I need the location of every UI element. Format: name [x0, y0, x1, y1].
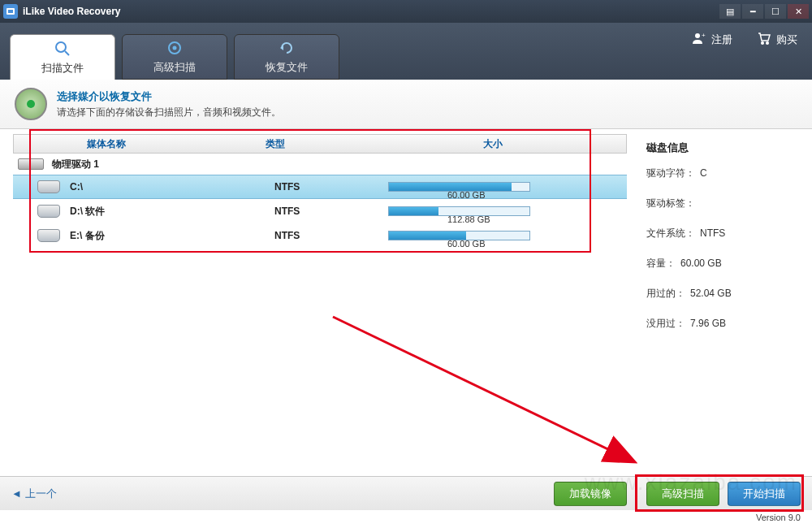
register-link[interactable]: + 注册	[692, 31, 732, 48]
drive-icon	[37, 180, 60, 193]
drive-type: NTFS	[274, 230, 388, 241]
instruction-bar: 选择媒介以恢复文件 请选择下面的存储设备扫描照片，音频和视频文件。	[0, 80, 812, 129]
physical-drive-group[interactable]: 物理驱动 1	[13, 154, 627, 175]
maximize-button[interactable]: ☐	[765, 4, 786, 19]
drive-type: NTFS	[274, 206, 388, 217]
advanced-scan-button[interactable]: 高级扫描	[646, 482, 719, 506]
menu-icon[interactable]: ▤	[719, 4, 741, 19]
close-button[interactable]: ✕	[788, 4, 809, 19]
svg-rect-1	[8, 10, 13, 13]
svg-point-9	[762, 42, 764, 45]
user-plus-icon: +	[692, 31, 706, 48]
gear-icon	[166, 39, 184, 57]
arrow-left-icon: ◄	[11, 487, 22, 500]
version-label: Version 9.0	[745, 510, 812, 528]
info-drive-label: 驱动标签：	[646, 197, 799, 210]
drive-size: 112.88 GB	[447, 214, 490, 224]
info-drive-letter: 驱动字符：C	[646, 167, 799, 180]
tab-label: 恢复文件	[266, 60, 308, 75]
tab-label: 扫描文件	[41, 61, 84, 76]
cart-icon	[757, 31, 771, 48]
group-label: 物理驱动 1	[52, 158, 99, 171]
info-free: 没用过：7.96 GB	[646, 317, 799, 331]
load-image-button[interactable]: 加载镜像	[554, 482, 627, 506]
register-label: 注册	[711, 32, 732, 47]
instruction-subtitle: 请选择下面的存储设备扫描照片，音频和视频文件。	[57, 106, 281, 119]
svg-point-7	[695, 33, 700, 38]
instruction-title: 选择媒介以恢复文件	[57, 89, 281, 104]
info-filesystem: 文件系统：NTFS	[646, 227, 799, 240]
tab-label: 高级扫描	[153, 60, 196, 75]
start-scan-button[interactable]: 开始扫描	[728, 482, 801, 506]
toolbar: 扫描文件 高级扫描 恢复文件 + 注册 购买	[0, 23, 812, 80]
drive-row[interactable]: E:\ 备份 NTFS 60.00 GB	[13, 223, 627, 248]
disk-info-panel: 磁盘信息 驱动字符：C 驱动标签： 文件系统：NTFS 容量：60.00 GB …	[633, 129, 812, 487]
drive-icon	[37, 205, 60, 218]
drive-name: D:\ 软件	[70, 205, 274, 219]
magnifier-icon	[54, 40, 71, 58]
drive-row[interactable]: C:\ NTFS 60.00 GB	[13, 175, 627, 199]
titlebar: iLike Video Recovery ▤ ━ ☐ ✕	[0, 0, 812, 23]
table-header: 媒体名称 类型 大小	[13, 134, 627, 154]
drive-row[interactable]: D:\ 软件 NTFS 112.88 GB	[13, 199, 627, 223]
app-title: iLike Video Recovery	[23, 6, 719, 17]
svg-text:+: +	[702, 32, 706, 39]
drive-name: C:\	[70, 181, 274, 193]
table-body: 物理驱动 1 C:\ NTFS 60.00 GB D:\ 软件 NTFS 112…	[13, 154, 627, 248]
col-header-name[interactable]: 媒体名称	[14, 137, 266, 151]
disk-info-title: 磁盘信息	[646, 141, 799, 155]
drive-icon	[37, 229, 60, 242]
hdd-icon	[18, 158, 44, 170]
bottom-bar: ◄ 上一个 加载镜像 高级扫描 开始扫描	[0, 476, 812, 510]
buy-link[interactable]: 购买	[757, 31, 797, 48]
lens-icon	[15, 88, 47, 120]
info-capacity: 容量：60.00 GB	[646, 257, 799, 270]
content-area: 媒体名称 类型 大小 物理驱动 1 C:\ NTFS 60.00 GB D:\ …	[0, 129, 812, 487]
drive-name: E:\ 备份	[70, 229, 274, 243]
col-header-type[interactable]: 类型	[266, 137, 395, 151]
app-logo-icon	[3, 4, 18, 19]
tab-advanced-scan[interactable]: 高级扫描	[122, 34, 227, 80]
buy-label: 购买	[776, 32, 797, 47]
minimize-button[interactable]: ━	[742, 4, 763, 19]
tab-recover-files[interactable]: 恢复文件	[234, 34, 339, 80]
svg-point-2	[56, 42, 66, 52]
previous-label: 上一个	[25, 487, 57, 501]
svg-point-5	[173, 46, 177, 50]
tab-scan-files[interactable]: 扫描文件	[10, 34, 115, 80]
svg-point-10	[767, 42, 769, 45]
recover-icon	[278, 39, 296, 57]
previous-link[interactable]: ◄ 上一个	[11, 487, 57, 501]
drive-size: 60.00 GB	[447, 239, 485, 249]
drive-type: NTFS	[274, 181, 388, 193]
drive-list-panel: 媒体名称 类型 大小 物理驱动 1 C:\ NTFS 60.00 GB D:\ …	[0, 129, 633, 487]
window-buttons: ▤ ━ ☐ ✕	[719, 4, 809, 19]
col-header-size[interactable]: 大小	[395, 137, 590, 151]
svg-line-3	[65, 51, 69, 55]
info-used: 用过的：52.04 GB	[646, 287, 799, 301]
drive-size: 60.00 GB	[447, 190, 485, 200]
